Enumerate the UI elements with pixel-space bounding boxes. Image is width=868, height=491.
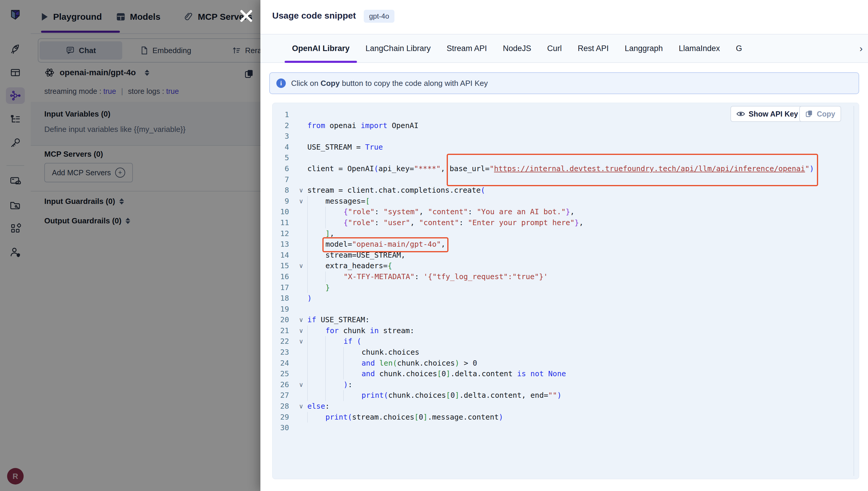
code-line: 9∨messages=[ — [273, 196, 851, 207]
line-number: 17 — [273, 282, 295, 293]
fold-spacer — [295, 120, 307, 131]
usage-code-drawer: Usage code snippet gpt-4o OpenAI Library… — [260, 0, 868, 491]
code-tab-stream-api[interactable]: Stream API — [439, 34, 495, 62]
line-number: 20 — [273, 315, 295, 325]
code-scrollbar[interactable] — [853, 106, 854, 476]
code-line: 11{"role": "user", "content": "Enter you… — [273, 218, 851, 228]
fold-spacer — [295, 164, 307, 174]
indent-guide — [307, 250, 325, 261]
code-tab-g[interactable]: G — [728, 34, 750, 62]
code-line: 24and len(chunk.choices) > 0 — [273, 358, 851, 369]
indent-guide — [307, 358, 325, 369]
line-number: 24 — [273, 358, 295, 369]
code-line: 7 — [273, 174, 851, 185]
code-tab-llamaindex[interactable]: LlamaIndex — [671, 34, 728, 62]
indent-guide — [343, 358, 361, 369]
code-tab-rest-api[interactable]: Rest API — [570, 34, 617, 62]
fold-chevron-icon[interactable]: ∨ — [295, 336, 307, 347]
code-line: 19 — [273, 304, 851, 315]
info-banner: i Click on Copy button to copy the code … — [269, 72, 859, 94]
line-number: 11 — [273, 218, 295, 228]
indent-guide — [307, 412, 325, 423]
close-modal-icon[interactable] — [239, 8, 254, 24]
indent-guide — [307, 282, 325, 293]
code-tab-langgraph[interactable]: Langgraph — [617, 34, 671, 62]
code-line: 25and chunk.choices[0].delta.content is … — [273, 369, 851, 379]
tabs-scroll-right-icon[interactable]: › — [860, 34, 863, 63]
code-library-tabs: OpenAI LibraryLangChain LibraryStream AP… — [260, 34, 868, 63]
screen: R Playground Models MCP Servers Chat Emb… — [0, 0, 868, 491]
line-number: 18 — [273, 293, 295, 304]
line-number: 23 — [273, 347, 295, 358]
fold-chevron-icon[interactable]: ∨ — [295, 261, 307, 271]
indent-guide — [307, 369, 325, 379]
indent-guide — [325, 271, 343, 282]
code-line: 20∨if USE_STREAM: — [273, 315, 851, 325]
code-line: 27print(chunk.choices[0].delta.content, … — [273, 390, 851, 401]
indent-guide — [307, 196, 325, 207]
highlight-box: base_url="https://internal.devtest.truef… — [450, 164, 814, 174]
fold-spacer — [295, 142, 307, 153]
indent-guide — [325, 358, 343, 369]
fold-spacer — [295, 218, 307, 228]
fold-chevron-icon[interactable]: ∨ — [295, 401, 307, 412]
fold-spacer — [295, 347, 307, 358]
code-line: 28∨else: — [273, 401, 851, 412]
line-number: 9 — [273, 196, 295, 207]
line-number: 29 — [273, 412, 295, 423]
line-number: 19 — [273, 304, 295, 315]
code-line: 14stream=USE_STREAM, — [273, 250, 851, 261]
code-line: 23chunk.choices — [273, 347, 851, 358]
fold-chevron-icon[interactable]: ∨ — [295, 196, 307, 207]
indent-guide — [307, 271, 325, 282]
code-tab-nodejs[interactable]: NodeJS — [495, 34, 539, 62]
indent-guide — [343, 347, 361, 358]
indent-guide — [325, 218, 343, 228]
fold-spacer — [295, 228, 307, 239]
line-number: 4 — [273, 142, 295, 153]
code-line: 18) — [273, 293, 851, 304]
code-line: 1 — [273, 110, 851, 120]
code-line: 17} — [273, 282, 851, 293]
banner-text: Click on Copy button to copy the code al… — [291, 79, 488, 88]
indent-guide — [325, 336, 343, 347]
code-line: 16"X-TFY-METADATA": '{"tfy_log_request":… — [273, 271, 851, 282]
line-number: 5 — [273, 152, 295, 164]
code-line: 21∨for chunk in stream: — [273, 325, 851, 337]
code-line: 13model="openai-main/gpt-4o", — [273, 239, 851, 250]
fold-spacer — [295, 131, 307, 142]
line-number: 14 — [273, 250, 295, 261]
line-number: 30 — [273, 423, 295, 433]
code-line: 30 — [273, 423, 851, 433]
fold-chevron-icon[interactable]: ∨ — [295, 379, 307, 391]
fold-spacer — [295, 271, 307, 282]
highlight-box: model="openai-main/gpt-4o", — [325, 239, 445, 250]
code-line: 3 — [273, 131, 851, 142]
fold-spacer — [295, 152, 307, 164]
line-number: 26 — [273, 379, 295, 391]
code-line: 12], — [273, 228, 851, 239]
code-tab-langchain-library[interactable]: LangChain Library — [358, 34, 439, 62]
indent-guide — [325, 369, 343, 379]
code-line: 29print(stream.choices[0].message.conten… — [273, 412, 851, 423]
fold-spacer — [295, 239, 307, 250]
fold-spacer — [295, 412, 307, 423]
indent-guide — [325, 379, 343, 391]
indent-guide — [307, 239, 325, 250]
fold-chevron-icon[interactable]: ∨ — [295, 185, 307, 196]
line-number: 15 — [273, 261, 295, 271]
indent-guide — [307, 206, 325, 218]
fold-spacer — [295, 293, 307, 304]
indent-guide — [325, 347, 343, 358]
fold-chevron-icon[interactable]: ∨ — [295, 325, 307, 337]
line-number: 10 — [273, 206, 295, 218]
line-number: 25 — [273, 369, 295, 379]
fold-chevron-icon[interactable]: ∨ — [295, 315, 307, 325]
line-number: 27 — [273, 390, 295, 401]
code-tab-curl[interactable]: Curl — [539, 34, 570, 62]
code-panel: Show API Key Copy 12from openai import O… — [272, 103, 859, 479]
fold-spacer — [295, 390, 307, 401]
indent-guide — [307, 218, 325, 228]
code-tab-openai-library[interactable]: OpenAI Library — [284, 34, 358, 62]
fold-spacer — [295, 282, 307, 293]
